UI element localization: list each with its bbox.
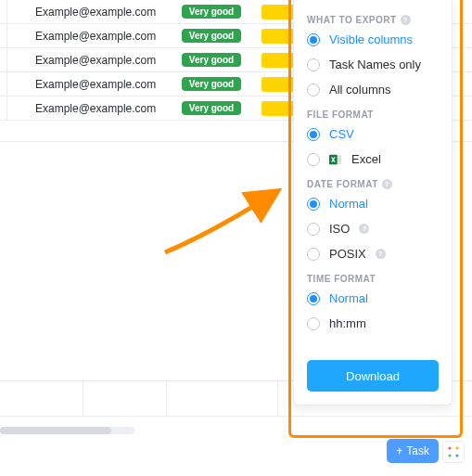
horizontal-scrollbar[interactable]: [0, 427, 134, 434]
option-csv[interactable]: CSV: [307, 127, 439, 141]
email-cell: Example@example.com: [7, 6, 165, 19]
option-task-names-only[interactable]: Task Names only: [307, 58, 439, 71]
svg-point-8: [455, 454, 458, 457]
radio-icon: [307, 58, 320, 71]
status-badge: Very good: [182, 101, 241, 115]
radio-icon: [307, 292, 320, 305]
new-task-button[interactable]: + Task: [387, 439, 439, 463]
email-cell: Example@example.com: [7, 102, 165, 115]
option-date-posix[interactable]: POSIX ?: [307, 247, 439, 261]
email-cell: Example@example.com: [7, 30, 165, 43]
radio-icon: [307, 223, 320, 236]
option-date-iso[interactable]: ISO ?: [307, 222, 439, 236]
svg-rect-2: [338, 158, 341, 160]
radio-icon: [307, 153, 320, 166]
option-time-hhmm[interactable]: hh:mm: [307, 316, 439, 330]
help-icon[interactable]: ?: [382, 179, 392, 189]
scrollbar-thumb[interactable]: [0, 427, 111, 434]
status-badge: Very good: [182, 53, 241, 67]
option-all-columns[interactable]: All columns: [307, 83, 439, 96]
radio-icon: [307, 198, 320, 211]
svg-point-5: [448, 446, 451, 449]
excel-icon: [329, 153, 342, 166]
status-badge: Very good: [182, 5, 241, 19]
radio-icon: [307, 33, 320, 46]
option-visible-columns[interactable]: Visible columns: [307, 32, 439, 46]
help-icon[interactable]: ?: [359, 224, 369, 234]
email-cell: Example@example.com: [7, 78, 165, 91]
help-icon[interactable]: ?: [401, 15, 411, 25]
plus-icon: +: [396, 444, 402, 457]
help-icon[interactable]: ?: [376, 249, 386, 259]
radio-icon: [307, 317, 320, 330]
radio-icon: [307, 128, 320, 141]
export-panel: WHAT TO EXPORT ? Visible columns Task Na…: [293, 0, 453, 405]
section-date-format: DATE FORMAT ?: [307, 179, 439, 189]
section-file-format: FILE FORMAT: [307, 109, 439, 120]
svg-point-6: [455, 446, 458, 449]
option-excel[interactable]: Excel: [307, 152, 439, 166]
svg-rect-4: [338, 162, 341, 163]
radio-icon: [307, 248, 320, 261]
status-badge: Very good: [182, 29, 241, 43]
section-time-format: TIME FORMAT: [307, 274, 439, 284]
email-cell: Example@example.com: [7, 54, 165, 67]
svg-rect-3: [338, 160, 341, 161]
apps-grid-button[interactable]: [442, 441, 465, 463]
svg-point-7: [448, 454, 451, 457]
radio-icon: [307, 84, 320, 96]
option-time-normal[interactable]: Normal: [307, 291, 439, 305]
section-what-to-export: WHAT TO EXPORT ?: [307, 15, 439, 25]
status-badge: Very good: [182, 77, 241, 91]
grid-icon: [447, 445, 460, 458]
option-date-normal[interactable]: Normal: [307, 197, 439, 211]
download-button[interactable]: Download: [307, 360, 439, 392]
svg-rect-1: [338, 155, 341, 157]
